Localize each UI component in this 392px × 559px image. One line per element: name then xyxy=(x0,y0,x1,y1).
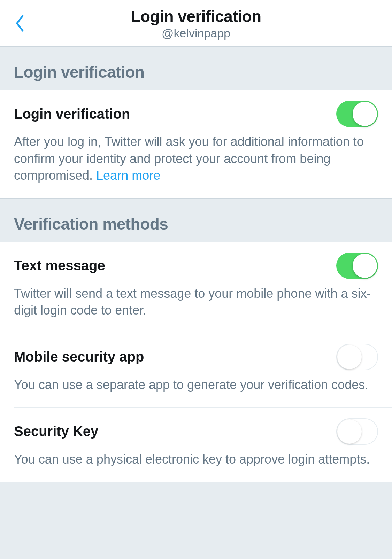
toggle-text-message[interactable] xyxy=(336,253,378,279)
method-label: Security Key xyxy=(14,424,98,439)
toggle-login-verification[interactable] xyxy=(336,101,378,127)
section-header-verification-methods: Verification methods xyxy=(0,199,392,242)
chevron-left-icon xyxy=(15,14,25,32)
toggle-mobile-security-app[interactable] xyxy=(336,344,378,370)
header-title-group: Login verification @kelvinpapp xyxy=(13,7,379,40)
section-title: Verification methods xyxy=(14,215,378,233)
nav-header: Login verification @kelvinpapp xyxy=(0,0,392,47)
setting-label: Login verification xyxy=(14,106,130,122)
toggle-security-key[interactable] xyxy=(336,418,378,445)
page-subtitle: @kelvinpapp xyxy=(13,26,379,40)
toggle-knob xyxy=(353,254,377,278)
toggle-knob xyxy=(353,102,377,126)
section-header-login-verification: Login verification xyxy=(0,47,392,90)
method-label: Mobile security app xyxy=(14,349,144,365)
method-description: You can use a separate app to generate y… xyxy=(14,376,378,394)
setting-description: After you log in, Twitter will ask you f… xyxy=(14,133,378,184)
verification-methods-group: Text message Twitter will send a text me… xyxy=(0,242,392,482)
method-label: Text message xyxy=(14,258,105,273)
method-text-message: Text message Twitter will send a text me… xyxy=(0,242,392,333)
toggle-knob xyxy=(337,419,362,444)
bottom-spacer xyxy=(0,482,392,496)
method-description: Twitter will send a text message to your… xyxy=(14,285,378,319)
learn-more-link[interactable]: Learn more xyxy=(96,168,160,183)
method-description: You can use a physical electronic key to… xyxy=(14,451,378,468)
method-mobile-security-app: Mobile security app You can use a separa… xyxy=(0,333,392,407)
toggle-knob xyxy=(337,345,362,369)
page-title: Login verification xyxy=(13,7,379,26)
back-button[interactable] xyxy=(13,13,27,34)
method-security-key: Security Key You can use a physical elec… xyxy=(0,408,392,482)
section-title: Login verification xyxy=(14,63,378,81)
setting-login-verification: Login verification After you log in, Twi… xyxy=(0,90,392,199)
